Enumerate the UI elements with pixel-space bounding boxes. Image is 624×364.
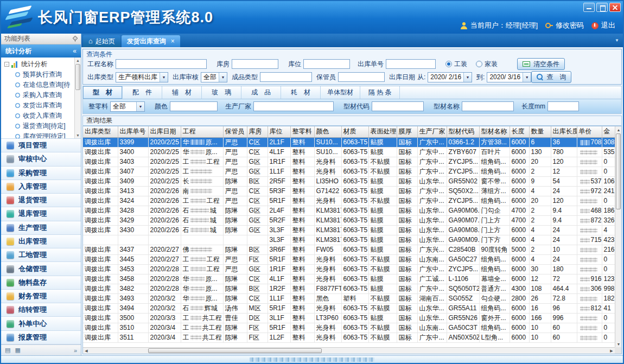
- scroll-down-icon[interactable]: ▼: [615, 341, 622, 347]
- folder-icon[interactable]: ▤: [5, 347, 10, 354]
- table-row[interactable]: 调拨出库35002020/3/3工共工程曹佳D区3L1F整料LT3P606063…: [83, 313, 615, 323]
- column-header-18[interactable]: 单价: [577, 126, 602, 137]
- table-row[interactable]: 调拨出库34002020/2/25华原...严思C区4L1F整料SU10...6…: [83, 147, 615, 157]
- tab-1[interactable]: 发货出库查询×: [122, 35, 180, 47]
- column-header-2[interactable]: 出库日期: [148, 126, 181, 137]
- more-icon[interactable]: »: [74, 347, 77, 354]
- scroll-right-icon[interactable]: ▶: [608, 348, 615, 354]
- sidebar-module-0[interactable]: 项目管理: [1, 139, 81, 152]
- radio-工装[interactable]: 工装: [445, 60, 467, 69]
- sidebar-module-1[interactable]: 审核中心: [1, 152, 81, 166]
- tree-item-1[interactable]: 在途信息查询[待: [4, 80, 81, 90]
- sidebar-module-10[interactable]: 物料盘存: [1, 276, 81, 290]
- collapse-icon[interactable]: «: [73, 47, 77, 55]
- location-input[interactable]: [303, 59, 350, 69]
- column-header-12[interactable]: 生产厂家: [417, 126, 447, 137]
- scroll-thumb[interactable]: [148, 348, 322, 353]
- table-row[interactable]: 调拨出库34822020/2/28华原...陈琳B区1R2F整料F8877FT6…: [83, 284, 615, 293]
- maximize-button[interactable]: [596, 3, 608, 12]
- scroll-up-icon[interactable]: ▲: [615, 126, 622, 133]
- logout-button[interactable]: 退出: [601, 21, 615, 30]
- minimize-button[interactable]: [583, 3, 595, 12]
- dropdown-icon[interactable]: ▼: [219, 73, 227, 82]
- table-row[interactable]: 调拨出库34532020/2/28工工程严思G区1R1F整料光身料6063-T5…: [83, 264, 615, 274]
- sidebar-module-6[interactable]: 生产管理: [1, 221, 81, 235]
- material-tab-7[interactable]: 隔 热 条: [360, 86, 400, 99]
- sidebar-module-5[interactable]: 退库管理: [1, 207, 81, 221]
- material-tab-6[interactable]: 单体型材: [321, 86, 360, 99]
- statistics-section-header[interactable]: 统计分析 «: [1, 44, 81, 58]
- column-header-1[interactable]: 出库单号: [118, 126, 148, 137]
- sidebar-module-14[interactable]: 报废管理: [1, 331, 81, 344]
- tree-collapse-icon[interactable]: -: [4, 62, 9, 67]
- search-button[interactable]: 查 询: [531, 71, 571, 83]
- sidebar-module-2[interactable]: 采购管理: [1, 167, 81, 180]
- table-row[interactable]: 调拨出库34452020/2/27工工程严思F区5R1F整料光身料6063-T5…: [83, 254, 615, 264]
- material-tab-5[interactable]: 耗 材: [281, 86, 321, 99]
- material-tab-1[interactable]: 配 件: [123, 86, 162, 99]
- sidebar-module-8[interactable]: 工地管理: [1, 248, 81, 262]
- date-from-picker[interactable]: 2020/ 2/16 ▼: [428, 72, 472, 82]
- tree-item-4[interactable]: 收货入库查询: [4, 111, 81, 121]
- scroll-up-icon[interactable]: ▲: [75, 58, 81, 63]
- material-tab-4[interactable]: 成 品: [241, 86, 281, 99]
- close-button[interactable]: [609, 3, 621, 12]
- table-row[interactable]: 调拨出库34132020/2/26南严思C区5R3F整料G714226063-T…: [83, 186, 615, 196]
- warehouse-input[interactable]: [232, 59, 278, 69]
- table-row[interactable]: 调拨出库34932020/3/2华原...陈琳C区1L1F整料黑色塑料不贴膜国标…: [83, 293, 615, 303]
- tab-dropdown-icon[interactable]: ▼: [615, 38, 619, 43]
- column-header-0[interactable]: 出库类型: [83, 126, 118, 137]
- column-header-15[interactable]: 长度: [510, 126, 529, 137]
- clear-conditions-button[interactable]: 清空条件: [517, 58, 565, 70]
- pushpin-icon[interactable]: [72, 36, 78, 42]
- table-row[interactable]: 调拨出库34302020/2/26石城陈琳G区3L3F整料KLM38176063…: [83, 225, 615, 235]
- table-row[interactable]: 调拨出库34072020/2/25工严思G区1L1F整料光身料6063-T5不贴…: [83, 167, 615, 176]
- scroll-left-icon[interactable]: ◀: [83, 348, 90, 354]
- close-tab-icon[interactable]: ×: [171, 37, 175, 45]
- table-row[interactable]: 调拨出库33992020/2/25华原...严思C区2L1F整料SU10...6…: [83, 137, 615, 147]
- color-input[interactable]: [170, 101, 218, 111]
- tree-item-6[interactable]: 库存管理[待定]: [4, 131, 81, 139]
- tree-root[interactable]: - 统计分析: [4, 59, 81, 69]
- table-row[interactable]: 调拨出库34092020/2/25长陈琳B区2R5F整料LI35HO6063-T…: [83, 176, 615, 186]
- product-type-input[interactable]: [260, 72, 312, 82]
- whole-part-select[interactable]: 全部 ▼: [110, 101, 145, 112]
- tree-item-5[interactable]: 退货查询[待定]: [4, 121, 81, 131]
- table-row[interactable]: 调拨出库34942020/3/2石辉城汤伟M区5R1F整料光身料6063-T5不…: [83, 303, 615, 313]
- material-tab-3[interactable]: 玻 璃: [202, 86, 241, 99]
- scroll-thumb[interactable]: [75, 64, 80, 90]
- scroll-thumb[interactable]: [616, 133, 621, 209]
- column-header-19[interactable]: 金: [602, 126, 615, 137]
- sidebar-module-7[interactable]: 出库管理: [1, 235, 81, 248]
- date-to-picker[interactable]: 2020/ 3/16 ▼: [487, 72, 531, 82]
- material-tab-2[interactable]: 辅 材: [162, 86, 202, 99]
- profile-name-input[interactable]: [462, 101, 514, 111]
- tree-item-2[interactable]: 采购入库查询: [4, 90, 81, 100]
- scroll-down-icon[interactable]: ▼: [75, 132, 81, 138]
- change-password-button[interactable]: 修改密码: [556, 21, 584, 30]
- column-header-3[interactable]: 工程: [181, 126, 223, 137]
- audit-select[interactable]: 全部 ▼: [201, 72, 227, 82]
- material-tab-0[interactable]: 型 材: [83, 86, 123, 99]
- column-header-4[interactable]: 保管员: [223, 126, 247, 137]
- column-header-7[interactable]: 整零料: [290, 126, 314, 137]
- column-header-5[interactable]: 库房: [247, 126, 268, 137]
- column-header-10[interactable]: 表面处理: [368, 126, 397, 137]
- tab-0[interactable]: ⌂起始页: [83, 35, 120, 47]
- dropdown-icon[interactable]: ▼: [136, 102, 144, 111]
- column-header-16[interactable]: 数量: [529, 126, 551, 137]
- project-name-input[interactable]: [116, 59, 207, 69]
- column-header-11[interactable]: 膜厚: [397, 126, 417, 137]
- column-header-13[interactable]: 型材代码: [447, 126, 479, 137]
- maker-input[interactable]: [253, 101, 334, 111]
- column-header-17[interactable]: 出库长度: [551, 126, 577, 137]
- table-row[interactable]: 调拨出库35102020/3/4工共工程陈琳F区5R1F整料光身料6063-T5…: [83, 323, 615, 333]
- table-row[interactable]: 调拨出库34242020/2/26工工程严思C区5R1F整料光身料6063-T5…: [83, 196, 615, 206]
- table-row[interactable]: 调拨出库34372020/2/27佛陈琳B区3R6F整料FW056063-T5贴…: [83, 245, 615, 254]
- sidebar-module-4[interactable]: 退货管理: [1, 194, 81, 207]
- keeper-input[interactable]: [338, 72, 385, 82]
- tree-item-0[interactable]: 预算执行查询: [4, 69, 81, 80]
- profile-code-input[interactable]: [372, 101, 424, 111]
- column-header-8[interactable]: 颜色: [314, 126, 341, 137]
- table-row[interactable]: 3L3F整料KLM38176063-T5贴膜国标山东华...GA90M09..门…: [83, 235, 615, 245]
